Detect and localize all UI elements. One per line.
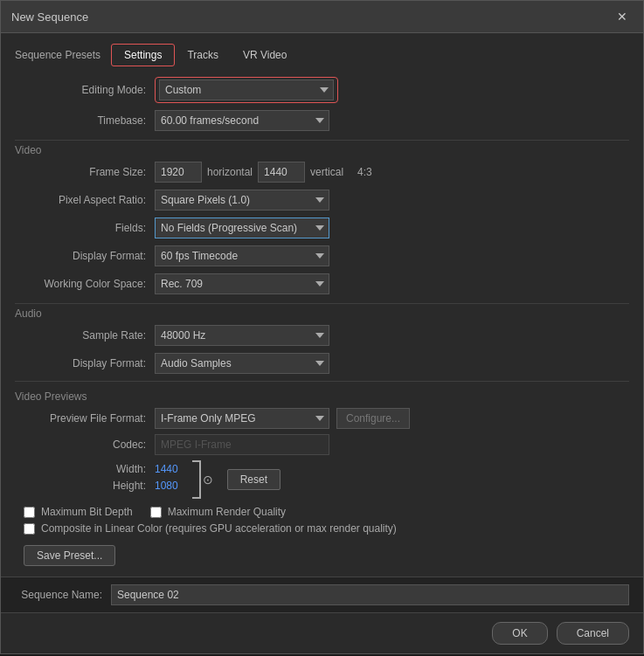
max-render-quality-label: Maximum Render Quality [168,506,286,518]
close-button[interactable]: ✕ [612,8,633,25]
fields-label: Fields: [15,222,155,234]
height-row: Height: 1080 [15,480,178,492]
codec-select: MPEG I-Frame [155,434,329,455]
horizontal-label: horizontal [207,166,253,178]
fields-row: Fields: No Fields (Progressive Scan) Upp… [15,218,629,238]
preview-file-format-select[interactable]: I-Frame Only MPEG MPEG-2 HD [155,408,329,429]
dialog-title: New Sequence [11,10,88,24]
video-section-header: Video [15,140,629,156]
audio-display-format-row: Display Format: Audio Samples Millisecon… [15,353,629,374]
video-previews-section: Video Previews Preview File Format: I-Fr… [15,381,629,499]
sample-rate-label: Sample Rate: [15,329,155,342]
codec-row: Codec: MPEG I-Frame [15,434,629,455]
preview-file-format-label: Preview File Format: [15,412,155,425]
save-preset-button[interactable]: Save Preset... [24,545,115,566]
composite-linear-row: Composite in Linear Color (requires GPU … [15,522,629,535]
working-color-label: Working Color Space: [15,278,155,290]
frame-size-label: Frame Size: [15,166,155,178]
video-display-format-select[interactable]: 60 fps Timecode 30 fps Timecode 25 fps T… [155,245,329,266]
pixel-aspect-label: Pixel Aspect Ratio: [15,194,155,206]
fields-select[interactable]: No Fields (Progressive Scan) Upper Field… [155,218,329,238]
link-bracket: ⊙ [192,460,213,499]
max-bit-depth-row: Maximum Bit Depth Maximum Render Quality [15,506,629,518]
cancel-button[interactable]: Cancel [557,622,629,645]
tab-settings[interactable]: Settings [111,44,175,66]
preview-file-format-row: Preview File Format: I-Frame Only MPEG M… [15,408,629,429]
width-height-area: Width: 1440 Height: 1080 ⊙ Reset [15,460,629,499]
width-value: 1440 [155,463,178,475]
tab-tracks[interactable]: Tracks [175,45,231,66]
frame-size-row: Frame Size: horizontal vertical 4:3 [15,162,629,183]
frame-size-h-input[interactable] [155,162,202,183]
reset-button[interactable]: Reset [227,469,280,490]
pixel-aspect-row: Pixel Aspect Ratio: Square Pixels (1.0) … [15,190,629,211]
link-icon: ⊙ [203,473,213,487]
video-previews-header: Video Previews [15,387,629,403]
sequence-name-section: Sequence Name: [1,577,643,612]
height-label: Height: [15,480,155,492]
timebase-select[interactable]: 60.00 frames/second 30.00 frames/second … [155,110,329,131]
video-display-format-label: Display Format: [15,250,155,262]
working-color-row: Working Color Space: Rec. 709 Rec. 2020 … [15,273,629,294]
timebase-row: Timebase: 60.00 frames/second 30.00 fram… [15,110,629,131]
aspect-ratio: 4:3 [357,166,372,178]
max-render-quality-checkbox[interactable] [150,507,162,518]
title-bar: New Sequence ✕ [1,1,643,33]
codec-label: Codec: [15,438,155,451]
save-preset-area: Save Preset... [15,540,629,566]
link-bracket-visual [192,460,201,499]
pixel-aspect-select[interactable]: Square Pixels (1.0) D1/DV NTSC (0.9091) … [155,190,329,211]
configure-button[interactable]: Configure... [336,408,410,429]
editing-mode-select[interactable]: Custom DV NTSC DV PAL [159,79,334,100]
video-display-format-row: Display Format: 60 fps Timecode 30 fps T… [15,245,629,266]
width-label: Width: [15,463,155,475]
sequence-name-label: Sequence Name: [15,589,111,601]
sample-rate-select[interactable]: 48000 Hz 44100 Hz 32000 Hz 96000 Hz [155,325,329,346]
width-row: Width: 1440 [15,463,178,475]
tabs-row: Sequence Presets Settings Tracks VR Vide… [15,44,629,66]
composite-linear-checkbox[interactable] [24,523,35,535]
dialog-body: Sequence Presets Settings Tracks VR Vide… [1,33,643,577]
editing-mode-wrap: Custom DV NTSC DV PAL [155,77,338,103]
max-bit-depth-label: Maximum Bit Depth [41,506,133,518]
sample-rate-row: Sample Rate: 48000 Hz 44100 Hz 32000 Hz … [15,325,629,346]
composite-linear-label: Composite in Linear Color (requires GPU … [41,522,397,535]
dialog-footer: OK Cancel [1,612,643,653]
sequence-name-input[interactable] [111,584,629,605]
audio-display-format-select[interactable]: Audio Samples Milliseconds [155,353,329,374]
editing-mode-row: Editing Mode: Custom DV NTSC DV PAL [15,77,629,103]
new-sequence-dialog: New Sequence ✕ Sequence Presets Settings… [0,0,644,654]
sequence-presets-label: Sequence Presets [15,49,100,61]
max-bit-depth-checkbox[interactable] [24,507,35,518]
height-value: 1080 [155,480,178,492]
wh-container: Width: 1440 Height: 1080 [15,463,178,496]
timebase-label: Timebase: [15,114,155,127]
vertical-label: vertical [310,166,343,178]
tab-vr-video[interactable]: VR Video [231,45,299,66]
audio-display-format-label: Display Format: [15,357,155,369]
audio-section-header: Audio [15,303,629,320]
working-color-select[interactable]: Rec. 709 Rec. 2020 sRGB [155,273,329,294]
frame-size-v-input[interactable] [258,162,305,183]
editing-mode-label: Editing Mode: [15,84,155,96]
ok-button[interactable]: OK [492,622,547,645]
checkboxes-area: Maximum Bit Depth Maximum Render Quality… [15,506,629,535]
